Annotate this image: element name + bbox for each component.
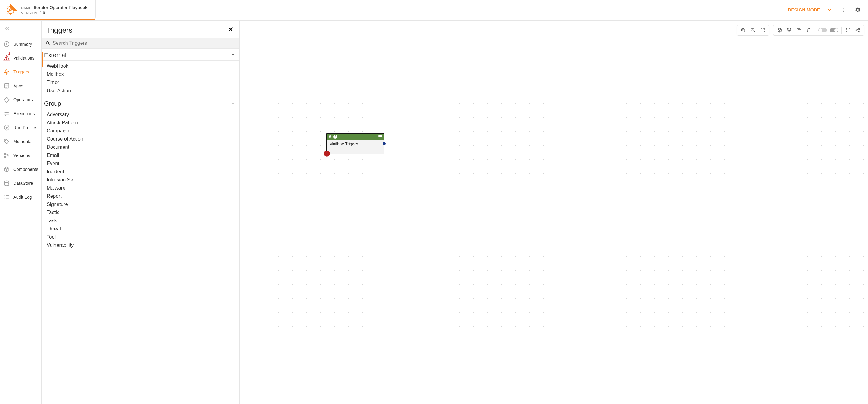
share-button[interactable] [855,27,861,34]
fit-button[interactable] [760,27,766,34]
node-menu-button[interactable] [378,135,382,138]
trigger-item[interactable]: Task [42,216,239,225]
sidebar-item-audit-log[interactable]: Audit Log [2,191,41,204]
pin-icon [6,3,18,14]
trigger-item[interactable]: Adversary [42,110,239,119]
trigger-item[interactable]: Malware [42,184,239,192]
svg-point-50 [789,31,790,32]
header-right: DESIGN MODE [788,0,868,20]
swap-icon [3,110,10,117]
search-row [42,38,239,49]
svg-line-56 [857,29,859,30]
section-title: Group [44,100,61,107]
triggers-panel: Triggers ExternalWebHookMailboxTimerUser… [42,21,240,404]
trigger-item[interactable]: Attack Pattern [42,119,239,127]
sidebar-item-metadata[interactable]: Metadata [2,135,41,148]
section-head-group[interactable]: Group [42,97,239,109]
trigger-item[interactable]: Tactic [42,208,239,216]
svg-marker-18 [4,69,9,75]
node-title: Mailbox Trigger [327,140,384,154]
copy-button[interactable] [796,27,802,34]
chevron-down-icon [231,101,235,106]
svg-rect-52 [797,28,800,31]
trigger-item[interactable]: WebHook [42,62,239,70]
sidebar-item-label: Run Profiles [13,125,37,130]
search-input[interactable] [53,40,236,46]
apps-icon [3,82,10,90]
toggle-a[interactable] [818,28,827,32]
trigger-item[interactable]: Email [42,151,239,159]
warning-icon [3,55,10,62]
settings-button[interactable] [854,6,861,13]
graph-button[interactable] [786,27,793,34]
validations-badge: 2 [8,52,10,55]
sidebar-item-label: Validations [13,56,34,61]
trigger-item[interactable]: Vulnerability [42,241,239,249]
sidebar-item-datastore[interactable]: DataStore [2,177,41,190]
node-header[interactable]: # i [327,134,384,140]
version-label: VERSION [21,11,37,15]
trigger-item[interactable]: Incident [42,168,239,176]
close-panel-button[interactable] [227,25,234,35]
svg-point-30 [4,181,9,183]
trigger-item[interactable]: Threat [42,225,239,233]
node-output-port[interactable] [382,142,385,145]
zoom-out-button[interactable] [750,27,756,34]
trigger-item[interactable]: Timer [42,78,239,87]
canvas[interactable] [240,21,868,404]
canvas-toolbar [737,25,864,36]
canvas-wrap: # i Mailbox Trigger ! [240,21,868,404]
mode-selector[interactable]: DESIGN MODE [788,7,832,13]
sidebar-item-run-profiles[interactable]: Run Profiles [2,121,41,134]
name-value: Iterator Operator Playbook [34,5,88,10]
cube-icon [3,166,10,173]
trigger-item[interactable]: Tool [42,233,239,241]
playbook-header-card: NAME Iterator Operator Playbook VERSION … [0,0,96,20]
node-error-badge[interactable]: ! [324,150,330,157]
sidebar-item-versions[interactable]: Versions [2,149,41,162]
info-icon[interactable]: i [333,135,337,139]
main-area: Summary 2 Validations Triggers Apps [0,21,868,404]
sidebar-item-label: Apps [13,83,23,88]
hash-icon: # [329,134,332,139]
trigger-item[interactable]: Report [42,192,239,200]
section-title: External [44,52,66,59]
collapse-sidebar-button[interactable] [2,24,41,37]
sidebar-item-label: Audit Log [13,195,32,200]
sidebar-item-apps[interactable]: Apps [2,79,41,93]
sidebar-item-components[interactable]: Components [2,163,41,176]
svg-line-40 [49,44,50,45]
playbook-header-text: NAME Iterator Operator Playbook VERSION … [21,5,88,15]
branch-icon [3,152,10,159]
sidebar-item-summary[interactable]: Summary [2,37,41,51]
sidebar-item-executions[interactable]: Executions [2,107,41,120]
trigger-item[interactable]: Signature [42,200,239,208]
left-rail: Summary 2 Validations Triggers Apps [0,21,42,404]
sidebar-item-label: DataStore [13,181,33,186]
sidebar-item-triggers[interactable]: Triggers [2,65,41,79]
trigger-item[interactable]: Course of Action [42,135,239,143]
sidebar-item-label: Summary [13,42,32,46]
trigger-item[interactable]: Intrusion Set [42,176,239,184]
trigger-item[interactable]: Document [42,143,239,151]
canvas-node-mailbox-trigger[interactable]: # i Mailbox Trigger ! [326,133,384,154]
more-menu-button[interactable] [840,6,847,13]
cube-button[interactable] [776,27,783,34]
zoom-in-button[interactable] [740,27,747,34]
sidebar-item-label: Triggers [13,70,29,74]
sidebar-item-operators[interactable]: Operators [2,93,41,106]
mode-label: DESIGN MODE [788,7,820,12]
fullscreen-button[interactable] [845,27,851,34]
trigger-item[interactable]: UserAction [42,87,239,95]
svg-line-46 [753,31,755,32]
section-head-external[interactable]: External [42,49,239,61]
trigger-item[interactable]: Event [42,159,239,168]
sidebar-item-validations[interactable]: 2 Validations [2,52,41,65]
trigger-item[interactable]: Campaign [42,127,239,135]
toggle-b[interactable] [830,28,838,32]
svg-point-49 [790,28,791,29]
database-icon [3,180,10,187]
trigger-item[interactable]: Mailbox [42,70,239,78]
delete-button[interactable] [805,27,812,34]
panel-title: Triggers [46,26,72,34]
